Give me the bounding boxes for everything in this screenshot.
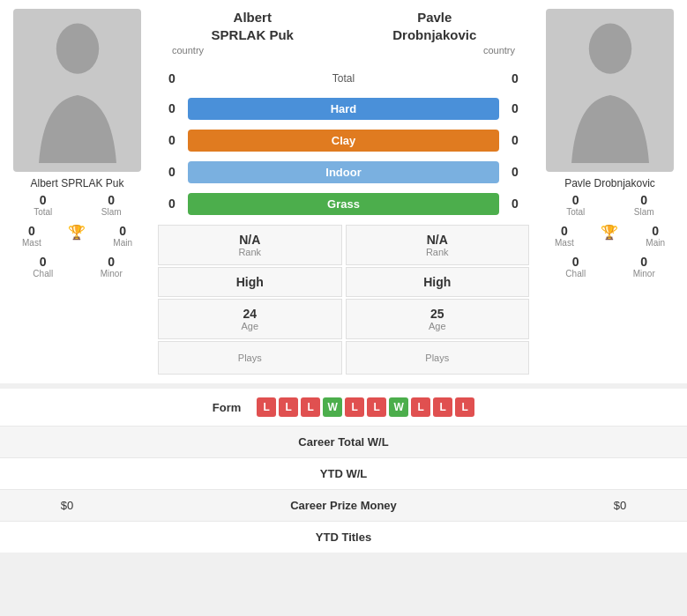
- clay-badge: Clay: [188, 130, 499, 152]
- left-total-stat: 0 Total: [26, 193, 61, 217]
- left-main-stat: 0 Main: [105, 224, 140, 248]
- svg-point-0: [56, 24, 98, 74]
- right-player-avatar: [546, 9, 674, 172]
- right-chall-stat: 0 Chall: [558, 255, 594, 278]
- career-prize-right: $0: [567, 499, 673, 512]
- right-age-cell: 25 Age: [346, 299, 530, 339]
- left-age-cell: 24 Age: [158, 299, 342, 339]
- hard-score-right: 0: [506, 101, 524, 115]
- career-prize-label: Career Prize Money: [120, 499, 567, 512]
- hard-row: 0 Hard 0: [154, 93, 533, 124]
- hard-badge: Hard: [188, 98, 499, 120]
- middle-column: Albert SPRLAK Puk Pavle Drobnjakovic cou…: [154, 9, 533, 375]
- form-row: Form LLLWLLWLLL: [0, 389, 687, 427]
- left-age-value: 24: [162, 307, 338, 321]
- indoor-score-left: 0: [163, 165, 181, 179]
- left-rank-value: N/A: [162, 233, 338, 247]
- form-badge-l: L: [345, 397, 364, 417]
- grass-row: 0 Grass 0: [154, 188, 533, 219]
- right-player-stats: 0 Total 0 Slam 0 Mast 🏆: [533, 189, 687, 282]
- right-mast-stat: 0 Mast: [547, 224, 582, 248]
- career-prize-row: $0 Career Prize Money $0: [0, 490, 687, 522]
- players-section: Albert SPRLAK Puk 0 Total 0 Slam 0 Mast: [0, 0, 687, 383]
- career-prize-left: $0: [14, 499, 120, 512]
- total-row: 0 Total 0: [154, 64, 533, 93]
- form-label: Form: [213, 401, 242, 414]
- ytd-wl-label: YTD W/L: [120, 467, 567, 480]
- left-player-stats: 0 Total 0 Slam 0 Mast 🏆: [0, 189, 154, 282]
- right-player-name-center: Pavle Drobnjakovic: [344, 9, 526, 43]
- ytd-titles-label: YTD Titles: [120, 531, 567, 544]
- left-minor-stat: 0 Minor: [93, 255, 129, 278]
- form-badge-l: L: [301, 397, 320, 417]
- left-rank-cell: N/A Rank: [158, 225, 342, 265]
- form-badge-w: W: [389, 397, 408, 417]
- right-trophy-icon: 🏆: [601, 225, 618, 240]
- form-badge-l: L: [411, 397, 430, 417]
- left-mast-stat: 0 Mast: [14, 224, 49, 248]
- left-trophy-icon: 🏆: [68, 225, 86, 240]
- bottom-section: Form LLLWLLWLLL Career Total W/L YTD W/L…: [0, 389, 687, 553]
- right-player-name-below: Pavle Drobnjakovic: [533, 177, 687, 189]
- form-badge-w: W: [323, 397, 342, 417]
- indoor-score-right: 0: [506, 165, 524, 179]
- right-rank-label: Rank: [350, 247, 526, 257]
- career-wl-row: Career Total W/L: [0, 427, 687, 458]
- left-high-cell: High: [158, 267, 342, 297]
- form-badge-l: L: [433, 397, 452, 417]
- right-trophy: 🏆: [592, 224, 627, 248]
- left-chall-stat: 0 Chall: [26, 255, 61, 278]
- form-badge-l: L: [367, 397, 386, 417]
- ytd-titles-row: YTD Titles: [0, 522, 687, 553]
- right-country-flag: country: [483, 45, 515, 56]
- grass-score-right: 0: [506, 197, 524, 211]
- total-score-left: 0: [163, 71, 181, 85]
- hard-score-left: 0: [163, 101, 181, 115]
- form-badge-l: L: [455, 397, 474, 417]
- right-player-card: Pavle Drobnjakovic 0 Total 0 Slam 0 Mas: [533, 9, 687, 375]
- grass-score-left: 0: [163, 197, 181, 211]
- surface-rows: 0 Total 0 0 Hard 0 0 Clay 0 0: [154, 64, 533, 219]
- left-player-name-center: Albert SPRLAK Puk: [161, 9, 344, 43]
- career-wl-label: Career Total W/L: [120, 435, 567, 449]
- right-age-value: 25: [350, 307, 526, 321]
- right-main-stat: 0 Main: [638, 224, 673, 248]
- right-rank-cell: N/A Rank: [346, 225, 530, 265]
- form-badges-container: LLLWLLWLLL: [257, 397, 474, 417]
- right-slam-stat: 0 Slam: [626, 193, 661, 217]
- left-player-name-below: Albert SPRLAK Puk: [0, 177, 154, 189]
- right-rank-value: N/A: [350, 233, 526, 247]
- indoor-badge: Indoor: [188, 161, 499, 183]
- right-high-cell: High: [346, 267, 530, 297]
- left-player-card: Albert SPRLAK Puk 0 Total 0 Slam 0 Mast: [0, 9, 154, 375]
- clay-score-left: 0: [163, 133, 181, 147]
- indoor-row: 0 Indoor 0: [154, 156, 533, 188]
- left-plays-cell: Plays: [158, 341, 342, 375]
- left-rank-label: Rank: [162, 247, 338, 257]
- left-country-flag: country: [172, 45, 204, 56]
- right-minor-stat: 0 Minor: [626, 255, 661, 278]
- ytd-wl-row: YTD W/L: [0, 458, 687, 490]
- total-label: Total: [181, 72, 506, 85]
- right-total-stat: 0 Total: [558, 193, 594, 217]
- form-badge-l: L: [279, 397, 298, 417]
- left-slam-stat: 0 Slam: [93, 193, 129, 217]
- right-plays-label: Plays: [350, 353, 526, 363]
- svg-point-1: [588, 24, 631, 74]
- clay-row: 0 Clay 0: [154, 124, 533, 156]
- main-container: Albert SPRLAK Puk 0 Total 0 Slam 0 Mast: [0, 0, 687, 553]
- right-plays-cell: Plays: [346, 341, 530, 375]
- right-high-value: High: [350, 275, 526, 289]
- left-plays-label: Plays: [162, 353, 338, 363]
- clay-score-right: 0: [506, 133, 524, 147]
- left-trophy: 🏆: [59, 224, 94, 248]
- left-high-value: High: [162, 275, 338, 289]
- grass-badge: Grass: [188, 193, 499, 215]
- right-age-label: Age: [350, 321, 526, 331]
- form-badge-l: L: [257, 397, 276, 417]
- total-score-right: 0: [506, 71, 524, 85]
- left-player-avatar: [13, 9, 141, 172]
- left-age-label: Age: [162, 321, 338, 331]
